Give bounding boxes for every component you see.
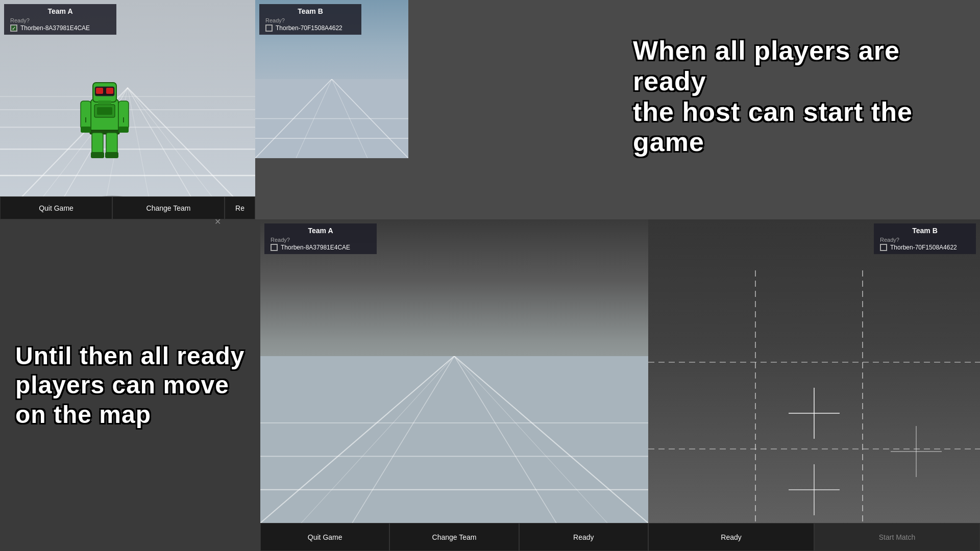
change-team-button-tl[interactable]: Change Team bbox=[112, 196, 225, 219]
floor-svg-tc bbox=[255, 79, 408, 158]
svg-rect-21 bbox=[96, 88, 103, 94]
team-overlay-bottom-right: Team B Ready? Thorben-70F1508A4622 bbox=[874, 223, 976, 254]
x-mark: ✕ bbox=[214, 217, 221, 227]
info-secondary-text: Until then all ready players can move on… bbox=[15, 341, 244, 430]
ready-button-bc[interactable]: Ready bbox=[519, 523, 648, 551]
svg-rect-25 bbox=[81, 127, 91, 133]
player-row-br: Thorben-70F1508A4622 bbox=[880, 244, 970, 251]
player-row-tl: Thorben-8A37981E4CAE bbox=[10, 24, 110, 32]
screen-container: Team A Ready? Thorben-8A37981E4CAE Quit … bbox=[0, 0, 980, 551]
ready-label-bc: Ready? bbox=[271, 237, 371, 243]
ready-button-partial-tl: Re bbox=[225, 196, 255, 219]
dashed-lines-svg bbox=[648, 219, 980, 523]
ready-label-tl: Ready? bbox=[10, 17, 110, 23]
ready-checkbox-br bbox=[880, 244, 887, 251]
svg-rect-24 bbox=[81, 101, 91, 129]
info-text-top-right: When all players are ready the host can … bbox=[623, 26, 980, 168]
bottom-left-panel: Until then all ready players can move on… bbox=[0, 219, 260, 551]
svg-rect-29 bbox=[91, 152, 104, 158]
bottom-center-panel: Team A Ready? Thorben-8A37981E4CAE Quit … bbox=[260, 219, 648, 551]
team-overlay-top-left: Team A Ready? Thorben-8A37981E4CAE bbox=[4, 4, 116, 35]
quit-game-button-bc[interactable]: Quit Game bbox=[260, 523, 389, 551]
team-b-title-tc: Team B bbox=[265, 7, 355, 15]
panel-bottom: Until then all ready players can move on… bbox=[0, 219, 980, 551]
viewport-team-b-top: Team B Ready? Thorben-70F1508A4622 bbox=[255, 0, 408, 158]
svg-rect-31 bbox=[105, 152, 118, 158]
player-row-bc: Thorben-8A37981E4CAE bbox=[271, 244, 371, 251]
change-team-button-bc[interactable]: Change Team bbox=[389, 523, 519, 551]
player-name-tl: Thorben-8A37981E4CAE bbox=[20, 24, 90, 32]
ready-checkbox-tl bbox=[10, 24, 17, 32]
player-name-bc: Thorben-8A37981E4CAE bbox=[281, 244, 350, 251]
svg-rect-22 bbox=[106, 88, 113, 94]
team-overlay-top-center: Team B Ready? Thorben-70F1508A4622 bbox=[259, 4, 361, 35]
svg-rect-23 bbox=[98, 101, 111, 105]
buttons-bar-bottom-center: Quit Game Change Team Ready bbox=[260, 523, 648, 551]
ready-label-br: Ready? bbox=[880, 237, 970, 243]
player-row-tc: Thorben-70F1508A4622 bbox=[265, 24, 355, 32]
viewport-team-b-bottom: Team B Ready? Thorben-70F1508A4622 bbox=[648, 219, 980, 523]
info-secondary-area: Until then all ready players can move on… bbox=[0, 219, 260, 551]
player-name-br: Thorben-70F1508A4622 bbox=[890, 244, 957, 251]
buttons-bar-bottom-right: Ready Start Match bbox=[648, 523, 980, 551]
team-a-title-bc: Team A bbox=[271, 227, 371, 235]
panel-top-center: Team B Ready? Thorben-70F1508A4622 bbox=[255, 0, 408, 158]
ready-label-tc: Ready? bbox=[265, 17, 355, 23]
start-match-button[interactable]: Start Match bbox=[814, 523, 980, 551]
ready-checkbox-tc bbox=[265, 24, 273, 32]
robot-figure bbox=[77, 71, 133, 158]
quit-game-button-tl[interactable]: Quit Game bbox=[0, 196, 112, 219]
svg-rect-26 bbox=[118, 101, 129, 129]
svg-rect-17 bbox=[97, 107, 112, 115]
buttons-bar-top-left: Quit Game Change Team Re bbox=[0, 196, 255, 219]
svg-rect-27 bbox=[118, 127, 129, 133]
info-main-text: When all players are ready the host can … bbox=[633, 36, 970, 158]
player-name-tc: Thorben-70F1508A4622 bbox=[276, 24, 342, 32]
svg-rect-41 bbox=[260, 356, 648, 523]
ready-button-br[interactable]: Ready bbox=[648, 523, 814, 551]
panel-top-left: Team A Ready? Thorben-8A37981E4CAE Quit … bbox=[0, 0, 255, 219]
ready-checkbox-bc bbox=[271, 244, 278, 251]
team-b-title-br: Team B bbox=[880, 227, 970, 235]
floor-svg-bc bbox=[260, 356, 648, 523]
viewport-team-a-bottom: Team A Ready? Thorben-8A37981E4CAE bbox=[260, 219, 648, 523]
viewport-team-a: Team A Ready? Thorben-8A37981E4CAE bbox=[0, 0, 255, 219]
bottom-right-panel: Team B Ready? Thorben-70F1508A4622 Ready… bbox=[648, 219, 980, 551]
team-overlay-bottom-center: Team A Ready? Thorben-8A37981E4CAE bbox=[264, 223, 377, 254]
team-a-title-tl: Team A bbox=[10, 7, 110, 15]
